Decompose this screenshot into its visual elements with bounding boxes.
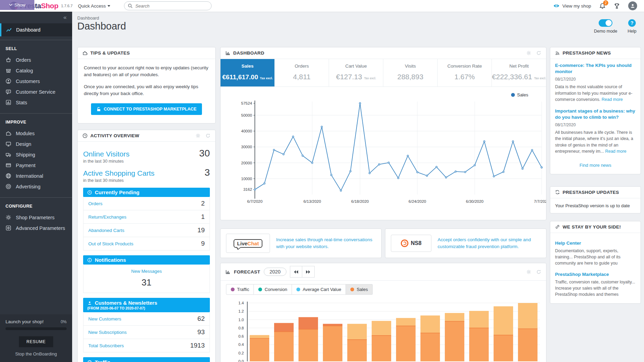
read-more-link[interactable]: Read more <box>601 97 623 102</box>
help-icon[interactable]: ? <box>628 19 636 27</box>
puzzle-icon <box>82 50 88 56</box>
refresh-icon <box>536 50 541 56</box>
onboarding-progressbar <box>5 327 67 330</box>
achievements-button[interactable] <box>614 3 620 9</box>
sidebar-item-catalog[interactable]: Catalog <box>0 65 72 76</box>
new-messages-link[interactable]: New Messages <box>83 269 210 274</box>
show-overlay-button[interactable]: Show <box>0 0 34 10</box>
legend-button-average-cart-value[interactable]: Average Cart Value <box>292 284 346 295</box>
online-visitors-subtitle: in the last 30 minutes <box>83 159 210 164</box>
sidebar-item-dashboard[interactable]: Dashboard <box>0 23 72 36</box>
legend-label: Sales <box>517 92 528 97</box>
search-input[interactable] <box>135 3 208 9</box>
article-excerpt: Data is the most valuable source of info… <box>555 84 636 102</box>
panel-settings-button[interactable] <box>526 269 531 275</box>
demo-mode-toggle[interactable] <box>599 19 612 27</box>
livechat-promo-link[interactable]: Increase sales through real-time convers… <box>270 236 376 250</box>
sidebar-item-customer-service[interactable]: Customer Service <box>0 86 72 97</box>
online-visitors-value: 30 <box>199 148 210 159</box>
article-title-link[interactable]: Important stages of a business: why do y… <box>555 108 636 120</box>
forecast-bar-chart-svg: 0.00.20.40.60.81.01.21.4FebruaryAprilJun… <box>221 297 546 362</box>
pending-returns-link[interactable]: Return/Exchanges <box>88 214 126 220</box>
panel-settings-button[interactable] <box>195 133 201 138</box>
out-of-stock-link[interactable]: Out of Stock Products <box>88 241 133 246</box>
chart-legend: Sales <box>511 92 528 97</box>
kpi-tab-sales[interactable]: Sales €611,617.00 Tax excl. <box>221 59 275 86</box>
sidebar-item-shop-parameters[interactable]: Shop Parameters <box>0 212 72 223</box>
version-label: 1.7.6.7 <box>61 4 73 8</box>
pending-orders-value: 2 <box>201 200 205 207</box>
connect-marketplace-button[interactable]: CONNECT TO PRESTASHOP MARKETPLACE <box>91 103 202 115</box>
pending-orders-link[interactable]: Orders <box>88 201 102 206</box>
sidebar-item-advertising[interactable]: Advertising <box>0 181 72 192</box>
sidebar-item-label: Customer Service <box>16 89 55 95</box>
new-subscriptions-link[interactable]: New Subscriptions <box>88 330 127 335</box>
forecast-year-pill[interactable]: 2020 <box>264 268 286 276</box>
previous-year-button[interactable] <box>290 266 302 278</box>
sidebar-section-configure: CONFIGURE <box>0 198 72 212</box>
legend-button-traffic[interactable]: Traffic <box>226 284 254 295</box>
panel-refresh-button[interactable] <box>536 269 541 275</box>
kpi-tab-conversion-rate[interactable]: Conversion Rate 1.67% <box>438 59 492 86</box>
kpi-tab-net-profit[interactable]: Net Profit €222,336.61 Tax excl. <box>492 59 546 86</box>
svg-text:0.8: 0.8 <box>238 326 244 330</box>
abandoned-carts-value: 19 <box>197 226 205 234</box>
resume-button[interactable]: RESUME <box>19 336 53 347</box>
help-center-link[interactable]: Help Center <box>555 241 636 246</box>
stop-onboarding-link[interactable]: Stop the OnBoarding <box>5 351 67 357</box>
find-more-news-link[interactable]: Find more news <box>555 160 636 169</box>
kpi-label: Orders <box>275 63 329 69</box>
kpi-tab-orders[interactable]: Orders 4,811 <box>275 59 329 86</box>
kpi-value: 1.67% <box>454 73 475 81</box>
read-more-link[interactable]: Read more <box>605 149 626 154</box>
legend-button-sales[interactable]: Sales <box>346 284 373 295</box>
gear-icon <box>526 269 531 275</box>
sidebar-item-shipping[interactable]: Shipping <box>0 149 72 160</box>
svg-text:0.0: 0.0 <box>238 359 244 362</box>
sidebar-item-payment[interactable]: Payment <box>0 160 72 171</box>
breadcrumb[interactable]: Dashboard <box>77 15 99 21</box>
view-my-shop-button[interactable]: View my shop <box>553 3 591 9</box>
support-panel: WE STAY BY YOUR SIDE! Help Center Docume… <box>550 221 641 304</box>
panel-refresh-button[interactable] <box>536 50 541 56</box>
article-title-link[interactable]: E-commerce: The KPIs you should monitor <box>555 62 636 75</box>
tips-paragraph: Connect to your account right now to enj… <box>84 65 209 79</box>
new-customers-link[interactable]: New Customers <box>88 316 121 322</box>
conversion-dot-icon <box>258 288 262 291</box>
sidebar-item-advanced-parameters[interactable]: Advanced Parameters <box>0 223 72 233</box>
sales-dot-icon <box>350 288 354 291</box>
online-visitors-link[interactable]: Online Visitors <box>83 150 129 158</box>
sidebar-item-design[interactable]: Design <box>0 139 72 149</box>
quick-access-menu[interactable]: Quick Access <box>78 3 110 9</box>
kpi-tab-cart-value[interactable]: Cart Value €127.13 Tax excl. <box>329 59 383 86</box>
kpi-tab-visits[interactable]: Visits 288,893 <box>383 59 438 86</box>
panel-refresh-button[interactable] <box>205 133 211 138</box>
notifications-button[interactable]: 2 <box>599 3 606 9</box>
kpi-value: 4,811 <box>293 73 310 81</box>
section-title: Customers & Newsletters <box>95 300 157 306</box>
info-icon <box>87 258 92 262</box>
total-subscribers-link[interactable]: Total Subscribers <box>88 343 124 348</box>
news-article: E-commerce: The KPIs you should monitor … <box>555 62 636 103</box>
new-subscriptions-value: 93 <box>197 328 205 336</box>
sync-icon <box>555 190 560 195</box>
sidebar-item-label: International <box>16 173 43 179</box>
active-carts-link[interactable]: Active Shopping Carts <box>83 169 155 177</box>
forecast-legend: Traffic Conversion Average Cart Value Sa… <box>226 284 546 295</box>
next-year-button[interactable] <box>302 266 315 278</box>
sidebar-item-orders[interactable]: Orders <box>0 55 72 65</box>
sidebar-item-customers[interactable]: Customers <box>0 76 72 86</box>
ns8-promo-link[interactable]: Accept orders confidently with our simpl… <box>431 236 541 250</box>
sidebar-collapse-button[interactable]: « <box>0 12 72 23</box>
legend-button-conversion[interactable]: Conversion <box>254 284 292 295</box>
marketplace-link[interactable]: PrestaShop Marketplace <box>555 272 636 277</box>
panel-settings-button[interactable] <box>526 50 531 56</box>
abandoned-carts-link[interactable]: Abandoned Carts <box>88 228 124 233</box>
sidebar-item-stats[interactable]: Stats <box>0 97 72 108</box>
refresh-icon <box>536 269 541 275</box>
sidebar-item-modules[interactable]: Modules <box>0 128 72 139</box>
sidebar-item-international[interactable]: International <box>0 171 72 181</box>
kpi-label: Net Profit <box>492 63 546 69</box>
middle-column: DASHBOARD Sales €611,617.00 Tax excl. Or… <box>220 47 546 362</box>
avatar[interactable] <box>628 1 637 10</box>
